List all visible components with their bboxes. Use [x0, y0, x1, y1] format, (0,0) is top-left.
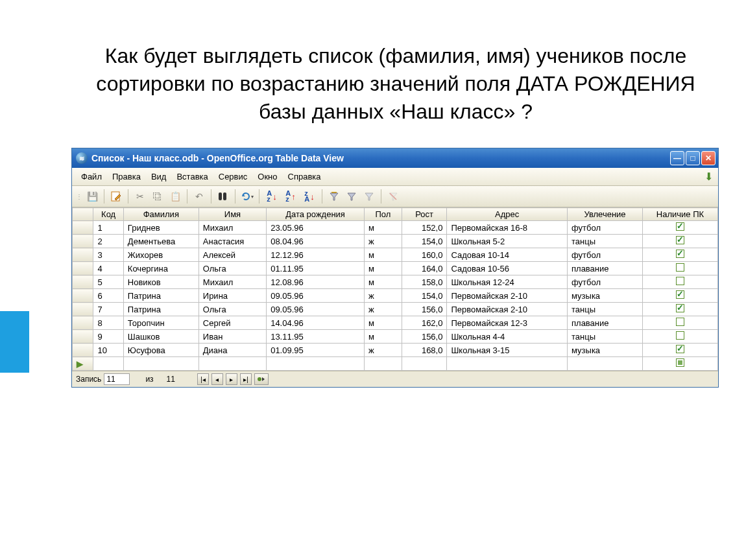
- col-hobby[interactable]: Увлечение: [568, 208, 643, 221]
- cell-dob[interactable]: 09.05.96: [267, 303, 365, 316]
- cell-address[interactable]: Школьная 5-2: [447, 235, 568, 248]
- autofilter-icon[interactable]: [326, 189, 342, 204]
- col-code[interactable]: Код: [93, 208, 123, 221]
- cell-pc[interactable]: [642, 248, 717, 262]
- cell-lastname[interactable]: Патрина: [123, 289, 199, 303]
- cell-dob[interactable]: 14.04.96: [267, 316, 365, 330]
- menu-file[interactable]: Файл: [77, 170, 106, 183]
- cell-address[interactable]: Садовая 10-14: [447, 248, 568, 262]
- find-icon[interactable]: [215, 189, 231, 204]
- refresh-icon[interactable]: ▾: [239, 189, 255, 204]
- checkbox-icon[interactable]: [676, 277, 684, 285]
- menu-window[interactable]: Окно: [254, 170, 281, 183]
- cell-pc[interactable]: [642, 235, 717, 248]
- checkbox-icon[interactable]: [676, 318, 684, 326]
- menu-insert[interactable]: Вставка: [173, 170, 211, 183]
- nav-new-button[interactable]: [254, 373, 269, 385]
- checkbox-icon[interactable]: [676, 290, 684, 299]
- cell-code[interactable]: 9: [93, 330, 123, 344]
- row-selector[interactable]: [73, 248, 93, 262]
- cell-height[interactable]: 162,0: [402, 316, 447, 330]
- cell-pc[interactable]: [642, 303, 717, 316]
- checkbox-icon[interactable]: [676, 304, 684, 312]
- row-selector[interactable]: [73, 303, 93, 316]
- sort-desc-icon[interactable]: Az↑: [282, 189, 299, 204]
- cell-sex[interactable]: ж: [364, 289, 402, 303]
- cell-hobby[interactable]: музыка: [568, 344, 643, 357]
- cell-address[interactable]: Первомайская 12-3: [447, 316, 568, 330]
- cell-code[interactable]: 8: [93, 316, 123, 330]
- cell-lastname[interactable]: Кочергина: [123, 262, 199, 275]
- cell-hobby[interactable]: футбол: [568, 221, 643, 235]
- cell-hobby[interactable]: плавание: [568, 262, 643, 275]
- cell-code[interactable]: 10: [93, 344, 123, 357]
- col-dob[interactable]: Дата рождения: [267, 208, 365, 221]
- maximize-button[interactable]: □: [686, 151, 700, 165]
- cell-dob[interactable]: 23.05.96: [267, 221, 365, 235]
- cell-address[interactable]: Первомайская 2-10: [447, 303, 568, 316]
- row-selector[interactable]: [73, 275, 93, 289]
- cell-firstname[interactable]: Михаил: [199, 275, 266, 289]
- cell-height[interactable]: 154,0: [402, 235, 447, 248]
- menu-help[interactable]: Справка: [284, 170, 325, 183]
- cell-hobby[interactable]: футбол: [568, 248, 643, 262]
- cell-lastname[interactable]: Шашков: [123, 330, 199, 344]
- cell-firstname[interactable]: Анастасия: [199, 235, 266, 248]
- cell-dob[interactable]: 09.05.96: [267, 289, 365, 303]
- checkbox-icon[interactable]: [676, 345, 684, 353]
- cell-address[interactable]: Первомайская 16-8: [447, 221, 568, 235]
- cell-address[interactable]: Школьная 3-15: [447, 344, 568, 357]
- row-selector[interactable]: [73, 316, 93, 330]
- col-firstname[interactable]: Имя: [199, 208, 266, 221]
- data-grid[interactable]: Код Фамилия Имя Дата рождения Пол Рост А…: [72, 207, 718, 371]
- cell-height[interactable]: 152,0: [402, 221, 447, 235]
- cell-lastname[interactable]: Гриднев: [123, 221, 199, 235]
- table-row[interactable]: 5НовиковМихаил12.08.96м158,0Школьная 12-…: [73, 275, 718, 289]
- edit-icon[interactable]: [108, 189, 124, 204]
- cell-firstname[interactable]: Ольга: [199, 303, 266, 316]
- cell-lastname[interactable]: Жихорев: [123, 248, 199, 262]
- cell-pc[interactable]: [642, 262, 717, 275]
- col-height[interactable]: Рост: [402, 208, 447, 221]
- cell-height[interactable]: 156,0: [402, 303, 447, 316]
- cell-sex[interactable]: м: [364, 248, 402, 262]
- cell-firstname[interactable]: Ирина: [199, 289, 266, 303]
- cell-lastname[interactable]: Новиков: [123, 275, 199, 289]
- checkbox-icon[interactable]: [676, 222, 684, 231]
- row-selector[interactable]: [73, 235, 93, 248]
- table-row[interactable]: 7ПатринаОльга09.05.96ж156,0Первомайская …: [73, 303, 718, 316]
- cell-firstname[interactable]: Ольга: [199, 262, 266, 275]
- cell-dob[interactable]: 12.08.96: [267, 275, 365, 289]
- menu-tools[interactable]: Сервис: [215, 170, 252, 183]
- table-row[interactable]: 8ТоропчинСергей14.04.96м162,0Первомайска…: [73, 316, 718, 330]
- minimize-button[interactable]: —: [670, 151, 684, 165]
- cell-hobby[interactable]: танцы: [568, 235, 643, 248]
- cell-lastname[interactable]: Юсуфова: [123, 344, 199, 357]
- col-lastname[interactable]: Фамилия: [123, 208, 199, 221]
- cell-sex[interactable]: м: [364, 221, 402, 235]
- record-current-input[interactable]: [104, 373, 130, 385]
- cell-pc[interactable]: [642, 330, 717, 344]
- checkbox-icon[interactable]: [676, 358, 684, 367]
- table-row[interactable]: 1ГридневМихаил23.05.96м152,0Первомайская…: [73, 221, 718, 235]
- cell-dob[interactable]: 13.11.95: [267, 330, 365, 344]
- nav-last-button[interactable]: ▸|: [240, 373, 252, 385]
- cell-hobby[interactable]: танцы: [568, 330, 643, 344]
- cell-lastname[interactable]: Патрина: [123, 303, 199, 316]
- sort-za-icon[interactable]: zA↓: [301, 189, 318, 204]
- cell-firstname[interactable]: Диана: [199, 344, 266, 357]
- cell-code[interactable]: 7: [93, 303, 123, 316]
- cell-dob[interactable]: 12.12.96: [267, 248, 365, 262]
- filter-off-icon[interactable]: [361, 189, 377, 204]
- cell-code[interactable]: 2: [93, 235, 123, 248]
- cell-code[interactable]: 6: [93, 289, 123, 303]
- row-selector[interactable]: [73, 344, 93, 357]
- close-button[interactable]: ✕: [701, 151, 716, 165]
- row-selector[interactable]: [73, 262, 93, 275]
- table-row[interactable]: 9ШашковИван13.11.95м156,0Школьная 4-4тан…: [73, 330, 718, 344]
- nav-prev-button[interactable]: ◂: [211, 373, 223, 385]
- cell-pc[interactable]: [642, 221, 717, 235]
- cell-hobby[interactable]: музыка: [568, 289, 643, 303]
- nav-next-button[interactable]: ▸: [226, 373, 237, 385]
- cell-hobby[interactable]: футбол: [568, 275, 643, 289]
